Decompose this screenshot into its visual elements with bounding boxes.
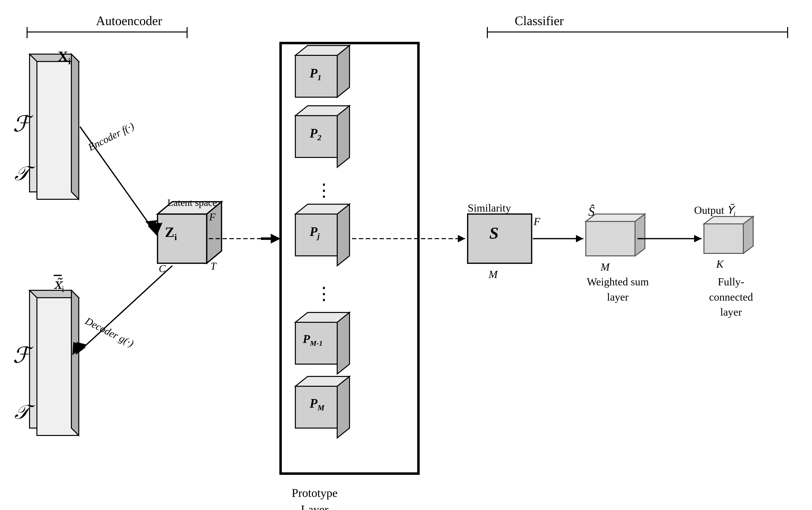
P2-label: P2: [310, 126, 321, 142]
autoencoder-label: Autoencoder: [96, 13, 162, 28]
M-sim-label: M: [489, 268, 498, 281]
svg-marker-14: [71, 290, 79, 436]
dots-top: ⋮: [315, 180, 333, 201]
T-script-top: 𝒯: [13, 162, 26, 185]
svg-marker-27: [337, 204, 349, 266]
S-hat-label: Ŝ: [588, 204, 594, 219]
svg-marker-46: [75, 344, 86, 355]
xi-label: Xi: [58, 48, 70, 66]
svg-marker-36: [586, 214, 645, 221]
svg-marker-32: [295, 377, 349, 386]
svg-rect-34: [468, 214, 532, 263]
C-dim-latent: C: [159, 263, 166, 275]
svg-marker-26: [295, 204, 349, 214]
svg-marker-12: [37, 298, 79, 436]
diagram-svg: [0, 0, 812, 510]
svg-marker-56: [271, 234, 281, 244]
svg-rect-35: [586, 221, 635, 256]
classifier-label: Classifier: [515, 13, 564, 28]
diagram-container: Autoencoder Classifier Xi ℱ 𝒯 Encoder f(…: [0, 0, 812, 510]
F-dim-latent: F: [209, 211, 215, 223]
K-label: K: [716, 258, 723, 270]
svg-marker-33: [337, 377, 349, 438]
PM1-label: PM-1: [303, 332, 323, 348]
svg-rect-38: [704, 224, 743, 253]
weighted-sum-label: Weighted sumlayer: [583, 274, 652, 305]
P1-label: P1: [310, 66, 321, 82]
svg-rect-18: [281, 43, 418, 474]
svg-marker-20: [295, 46, 349, 55]
svg-marker-21: [337, 46, 349, 97]
svg-marker-29: [295, 312, 349, 322]
S-label: S: [489, 223, 499, 243]
svg-marker-9: [71, 54, 79, 199]
svg-marker-54: [694, 235, 701, 242]
T-dim-latent: T: [210, 260, 216, 272]
svg-marker-48: [272, 235, 279, 242]
M-weighted-label: M: [601, 261, 610, 273]
Pj-label: Pj: [310, 224, 320, 241]
svg-marker-10: [30, 64, 71, 192]
svg-marker-43: [148, 223, 160, 233]
svg-marker-57: [148, 223, 163, 236]
svg-marker-23: [295, 106, 349, 116]
similarity-label: Similarity: [468, 202, 511, 214]
zi-label: Zi: [165, 224, 177, 242]
F-script-top: ℱ: [13, 111, 30, 137]
svg-marker-7: [37, 61, 79, 199]
svg-marker-42: [145, 220, 157, 229]
dots-bottom: ⋮: [315, 283, 333, 304]
svg-marker-24: [337, 106, 349, 167]
PM-label: PM: [310, 396, 324, 412]
svg-marker-37: [635, 214, 645, 256]
F-sim-label: F: [533, 215, 540, 228]
xi-tilde-label: x̃i: [54, 275, 64, 294]
prototype-layer-label: PrototypeLayer: [292, 485, 338, 510]
latent-space-label: Latent space: [167, 197, 217, 208]
svg-marker-11: [30, 290, 71, 428]
decoder-label: Decoder g(·): [83, 315, 136, 349]
svg-marker-40: [743, 216, 753, 253]
svg-marker-58: [72, 342, 84, 355]
F-script-bottom: ℱ: [13, 342, 30, 368]
svg-marker-45: [76, 342, 86, 352]
svg-marker-8: [30, 54, 79, 61]
fully-connected-label: Fully-connectedlayer: [699, 274, 763, 320]
T-script-bottom: 𝒯: [13, 401, 26, 424]
output-label: Output Ỹi: [694, 204, 735, 218]
svg-marker-30: [337, 312, 349, 374]
svg-marker-52: [576, 235, 583, 242]
svg-marker-6: [30, 54, 71, 192]
svg-marker-50: [458, 235, 465, 242]
encoder-label: Encoder f(·): [86, 120, 136, 153]
